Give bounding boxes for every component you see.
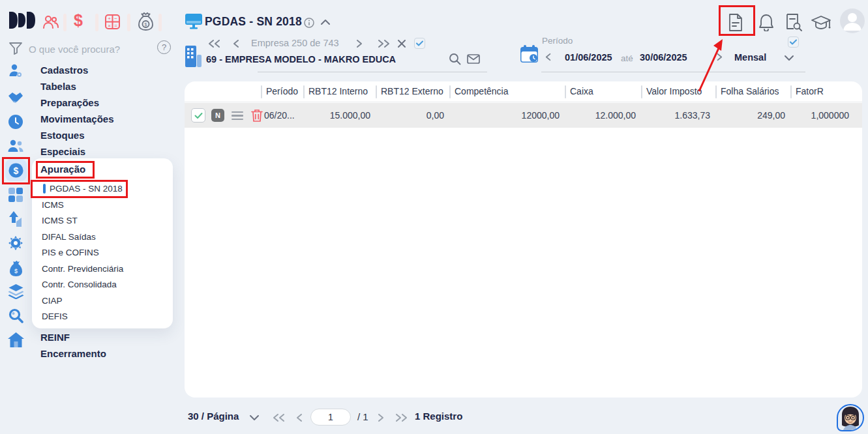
submenu-item-pis-cofins[interactable]: PIS e COFINS bbox=[42, 248, 99, 257]
submenu-item-icms-st[interactable]: ICMS ST bbox=[42, 216, 78, 225]
period-filter-checkbox[interactable] bbox=[788, 36, 799, 48]
user-avatar[interactable] bbox=[840, 8, 865, 33]
home-icon[interactable] bbox=[8, 332, 24, 347]
first-company-icon[interactable] bbox=[207, 39, 222, 48]
apuracao-dollar-icon[interactable]: $ bbox=[8, 162, 24, 179]
col-header-periodo[interactable]: Período bbox=[266, 86, 298, 96]
svg-text:+: + bbox=[108, 16, 111, 22]
total-pages-label: / 1 bbox=[357, 411, 368, 422]
document-search-icon[interactable] bbox=[786, 14, 802, 31]
calculator-icon[interactable]: + − × = bbox=[104, 14, 121, 30]
page-size-select[interactable]: 30 / Página bbox=[188, 411, 239, 422]
submenu-item-contr-consolidada[interactable]: Contr. Consolidada bbox=[42, 280, 117, 289]
page-number-input[interactable] bbox=[310, 409, 351, 426]
info-icon[interactable] bbox=[304, 18, 314, 28]
svg-text:$: $ bbox=[145, 22, 147, 27]
svg-text:=: = bbox=[114, 23, 117, 29]
sidebar-item-especiais[interactable]: Especiais bbox=[40, 146, 85, 157]
col-header-rbt12-interno[interactable]: RBT12 Interno bbox=[308, 86, 368, 96]
submenu-item-defis[interactable]: DEFIS bbox=[42, 311, 68, 321]
company-browser-label: Empresa 250 de 743 bbox=[251, 38, 339, 48]
svg-text:$: $ bbox=[14, 268, 18, 274]
topbar-separator bbox=[95, 14, 98, 31]
period-end-date[interactable]: 30/06/2025 bbox=[640, 52, 687, 63]
bell-icon[interactable] bbox=[758, 14, 774, 31]
column-separator bbox=[641, 85, 642, 98]
search-input[interactable] bbox=[29, 42, 146, 56]
company-search-icon[interactable] bbox=[449, 53, 461, 65]
row-delete-icon[interactable] bbox=[251, 109, 263, 123]
last-page-icon[interactable] bbox=[394, 413, 408, 422]
check-icon bbox=[416, 40, 423, 46]
gear-icon[interactable] bbox=[8, 235, 23, 251]
sidebar-item-encerramento[interactable]: Encerramento bbox=[40, 348, 106, 359]
col-header-fatorr[interactable]: FatorR bbox=[796, 86, 824, 96]
submenu-item-difal-saidas[interactable]: DIFAL Saídas bbox=[42, 232, 96, 242]
cell-folha-salarios: 249,00 bbox=[718, 110, 785, 121]
sidebar-item-apuracao[interactable]: Apuração bbox=[40, 164, 85, 175]
envelope-icon[interactable] bbox=[467, 54, 480, 64]
trending-up-icon[interactable] bbox=[8, 211, 23, 227]
check-icon bbox=[790, 39, 797, 45]
sidebar-item-tabelas[interactable]: Tabelas bbox=[40, 81, 76, 92]
submenu-item-pgdas[interactable]: PGDAS - SN 2018 bbox=[50, 184, 123, 194]
clients-icon[interactable] bbox=[42, 13, 59, 31]
sidebar-item-preparacoes[interactable]: Preparações bbox=[40, 97, 99, 108]
search-rail-icon[interactable] bbox=[8, 308, 23, 323]
sidebar-item-cadastros[interactable]: Cadastros bbox=[40, 65, 88, 76]
period-mode-chevron-down-icon[interactable] bbox=[784, 55, 794, 62]
handshake-icon[interactable] bbox=[7, 91, 24, 105]
next-company-icon[interactable] bbox=[354, 39, 363, 48]
help-icon[interactable]: ? bbox=[157, 40, 171, 54]
annotation-arrow bbox=[683, 33, 742, 98]
row-checkbox[interactable] bbox=[191, 108, 205, 123]
financial-icon[interactable]: $ bbox=[74, 11, 83, 30]
prev-company-icon[interactable] bbox=[232, 39, 241, 48]
submenu-item-contr-previdenciaria[interactable]: Contr. Previdenciária bbox=[42, 264, 123, 274]
last-company-icon[interactable] bbox=[376, 39, 391, 48]
person-gear-icon[interactable] bbox=[8, 63, 23, 78]
svg-text:×: × bbox=[108, 23, 111, 29]
column-separator bbox=[449, 85, 451, 98]
layers-icon[interactable] bbox=[8, 284, 24, 299]
page-size-chevron-down-icon[interactable] bbox=[249, 414, 260, 422]
sidebar-item-estoques[interactable]: Estoques bbox=[40, 130, 85, 141]
money-bag-icon[interactable]: $ bbox=[137, 12, 155, 31]
topbar-separator bbox=[63, 14, 67, 31]
table-row[interactable]: N 06/20... 15.000,00 0,00 12000,00 12.00… bbox=[185, 103, 862, 128]
clear-company-icon[interactable] bbox=[397, 39, 406, 48]
filter-icon[interactable] bbox=[8, 41, 23, 55]
assistant-avatar[interactable] bbox=[837, 404, 864, 431]
money-bag-rail-icon[interactable]: $ bbox=[8, 260, 23, 277]
cell-competencia: 12000,00 bbox=[452, 110, 560, 121]
company-filter-checkbox[interactable] bbox=[414, 38, 425, 49]
company-name[interactable]: 69 - EMPRESA MODELO - MAKRO EDUCA bbox=[206, 54, 396, 65]
collapse-chevron-up-icon[interactable] bbox=[320, 18, 331, 26]
submenu-item-ciap[interactable]: CIAP bbox=[42, 296, 63, 306]
submenu-item-icms[interactable]: ICMS bbox=[42, 200, 64, 210]
row-menu-icon[interactable] bbox=[232, 111, 243, 122]
period-label: Período bbox=[542, 36, 573, 46]
clock-icon[interactable] bbox=[8, 114, 23, 130]
brand-logo[interactable] bbox=[8, 10, 36, 33]
col-header-caixa[interactable]: Caixa bbox=[570, 86, 593, 96]
cell-rbt12-interno: 15.000,00 bbox=[306, 110, 370, 121]
sidebar-item-reinf[interactable]: REINF bbox=[40, 332, 70, 343]
col-header-rbt12-externo[interactable]: RBT12 Externo bbox=[381, 86, 443, 96]
col-header-competencia[interactable]: Competência bbox=[455, 86, 509, 96]
people-icon[interactable] bbox=[7, 138, 24, 154]
building-icon bbox=[184, 46, 202, 67]
prev-period-icon[interactable] bbox=[545, 53, 553, 61]
period-field-underline bbox=[541, 72, 805, 72]
column-separator bbox=[376, 85, 377, 98]
prev-page-icon[interactable] bbox=[295, 413, 305, 422]
calculator-rail-icon[interactable] bbox=[8, 187, 23, 203]
column-separator bbox=[565, 85, 566, 98]
period-start-date[interactable]: 01/06/2025 bbox=[565, 52, 612, 63]
report-document-icon[interactable] bbox=[728, 14, 743, 31]
first-page-icon[interactable] bbox=[272, 413, 286, 422]
next-page-icon[interactable] bbox=[376, 413, 385, 422]
graduation-cap-icon[interactable] bbox=[811, 15, 831, 31]
sidebar-item-movimentacoes[interactable]: Movimentações bbox=[40, 113, 114, 124]
cell-valor-imposto: 1.633,73 bbox=[644, 110, 710, 121]
